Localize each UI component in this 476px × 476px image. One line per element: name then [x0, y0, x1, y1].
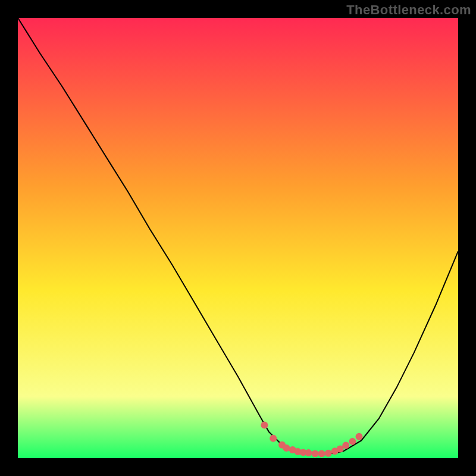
- marker-point: [356, 433, 363, 440]
- marker-point: [349, 438, 356, 445]
- chart-frame: TheBottleneck.com: [0, 0, 476, 476]
- marker-point: [325, 450, 332, 457]
- marker-point: [283, 444, 290, 452]
- chart-svg: [18, 18, 458, 458]
- marker-point: [342, 442, 349, 449]
- marker-point: [318, 450, 325, 458]
- plot-area: [18, 18, 458, 458]
- gradient-background: [18, 18, 458, 458]
- marker-point: [312, 450, 319, 458]
- marker-point: [270, 435, 277, 442]
- marker-point: [305, 449, 312, 456]
- marker-point: [261, 422, 268, 429]
- watermark-text: TheBottleneck.com: [346, 2, 471, 18]
